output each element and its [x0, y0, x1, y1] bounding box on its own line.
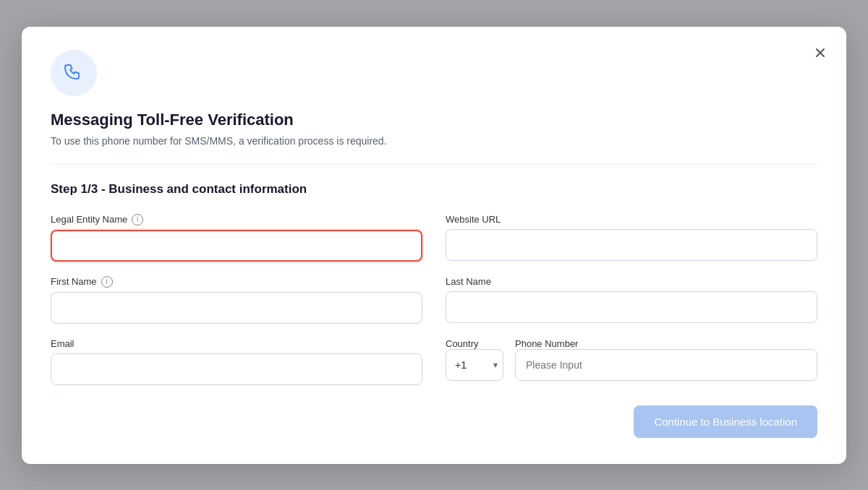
step-heading: Step 1/3 - Business and contact informat…	[51, 182, 817, 197]
last-name-group: Last Name	[446, 276, 817, 324]
first-name-input[interactable]	[51, 292, 422, 324]
country-select-wrapper: +1 +44 +61 +91 ▾	[446, 349, 503, 381]
last-name-input[interactable]	[446, 291, 817, 323]
website-url-input[interactable]	[446, 229, 817, 261]
modal-dialog: Messaging Toll-Free Verification To use …	[22, 27, 846, 464]
modal-subtitle: To use this phone number for SMS/MMS, a …	[51, 135, 817, 147]
legal-entity-name-info-icon[interactable]: i	[132, 214, 143, 225]
divider	[51, 164, 817, 165]
phone-icon-circle	[51, 50, 97, 96]
email-group: Email	[51, 338, 422, 385]
modal-footer: Continue to Business location	[51, 405, 817, 438]
website-url-label: Website URL	[446, 214, 817, 225]
continue-button[interactable]: Continue to Business location	[634, 405, 817, 438]
close-button[interactable]	[809, 41, 832, 64]
email-label: Email	[51, 338, 422, 349]
first-name-label: First Name i	[51, 276, 422, 288]
legal-entity-name-input[interactable]	[51, 230, 422, 262]
website-url-group: Website URL	[446, 214, 817, 262]
modal-title: Messaging Toll-Free Verification	[51, 111, 817, 129]
first-name-info-icon[interactable]: i	[101, 276, 113, 288]
first-name-group: First Name i	[51, 276, 422, 324]
country-label: Country	[446, 338, 503, 349]
phone-number-input[interactable]	[515, 349, 817, 381]
phone-icon	[62, 61, 85, 85]
legal-entity-name-group: Legal Entity Name i	[51, 214, 422, 262]
legal-entity-name-label: Legal Entity Name i	[51, 214, 422, 225]
email-input[interactable]	[51, 353, 422, 385]
form-grid: Legal Entity Name i Website URL First Na…	[51, 214, 817, 385]
last-name-label: Last Name	[446, 276, 817, 287]
phone-number-label: Phone Number	[515, 338, 817, 349]
country-select[interactable]: +1 +44 +61 +91	[446, 349, 503, 381]
phone-number-group: Country +1 +44 +61 +91 ▾ Phone N	[446, 338, 817, 385]
